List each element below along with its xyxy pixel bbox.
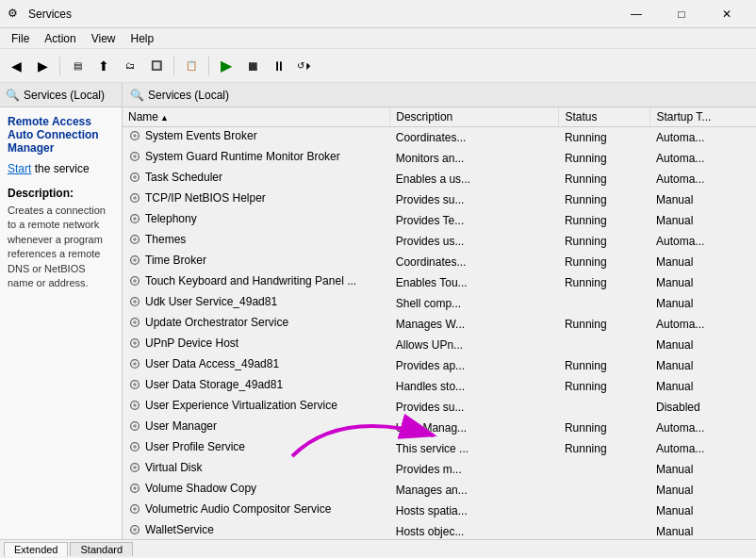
properties-button[interactable]: 🔲	[144, 54, 169, 78]
menu-file[interactable]: File	[4, 30, 37, 47]
service-startup-cell: Manual	[650, 355, 756, 376]
service-status-cell: Running	[559, 438, 650, 459]
service-status-cell: Running	[559, 210, 650, 231]
service-desc-cell: Handles sto...	[390, 376, 559, 397]
table-row[interactable]: System Events BrokerCoordinates...Runnin…	[123, 127, 756, 148]
svg-point-40	[133, 528, 137, 532]
service-status-cell: Running	[559, 127, 650, 148]
start-service-link[interactable]: Start	[8, 162, 31, 175]
service-status-cell: Running	[559, 376, 650, 397]
close-button[interactable]: ✕	[705, 0, 748, 28]
service-status-cell: Running	[559, 189, 650, 210]
table-row[interactable]: Time BrokerCoordinates...RunningManual	[123, 252, 756, 272]
maximize-button[interactable]: □	[660, 0, 703, 28]
service-name-cell: Themes	[123, 231, 390, 252]
service-desc-cell: Provides su...	[390, 397, 559, 418]
table-row[interactable]: ThemesProvides us...RunningAutoma...	[123, 231, 756, 252]
col-header-startup[interactable]: Startup T...	[650, 107, 756, 127]
sidebar-header-label: Services (Local)	[24, 89, 105, 102]
svg-point-18	[133, 300, 137, 304]
show-hide-button[interactable]: ▤	[65, 54, 90, 78]
table-row[interactable]: Virtual DiskProvides m...Manual	[123, 459, 756, 480]
svg-point-12	[133, 238, 137, 241]
svg-point-6	[133, 175, 137, 179]
services-panel-label: Services (Local)	[148, 89, 229, 102]
service-name-cell: User Profile Service	[123, 438, 390, 459]
service-desc-cell: Allows UPn...	[390, 335, 559, 355]
service-name-cell: Virtual Disk	[123, 459, 390, 480]
menu-action[interactable]: Action	[37, 30, 83, 47]
service-name-cell: Volumetric Audio Compositor Service	[123, 501, 390, 521]
toolbar-button-1[interactable]: 📋	[179, 54, 204, 78]
service-status-cell: Running	[559, 355, 650, 376]
sidebar-content: Remote Access Auto Connection Manager St…	[0, 107, 122, 539]
service-startup-cell: Manual	[650, 480, 756, 501]
svg-point-36	[133, 486, 137, 490]
description-text: Creates a connection to a remote network…	[8, 204, 114, 290]
service-startup-cell: Automa...	[650, 148, 756, 169]
table-row[interactable]: User Data Storage_49ad81Handles sto...Ru…	[123, 376, 756, 397]
table-row[interactable]: Task SchedulerEnables a us...RunningAuto…	[123, 169, 756, 189]
service-desc-cell: Hosts objec...	[390, 521, 559, 540]
service-status-cell	[559, 521, 650, 540]
table-row[interactable]: User Data Access_49ad81Provides ap...Run…	[123, 355, 756, 376]
table-row[interactable]: Volume Shadow CopyManages an...Manual	[123, 480, 756, 501]
service-name-cell: Time Broker	[123, 252, 390, 272]
table-row[interactable]: Touch Keyboard and Handwriting Panel ...…	[123, 272, 756, 293]
service-startup-cell: Manual	[650, 335, 756, 355]
services-list: System Events BrokerCoordinates...Runnin…	[123, 127, 756, 540]
service-desc-cell: Hosts spatia...	[390, 501, 559, 521]
col-header-status[interactable]: Status	[559, 107, 650, 127]
table-row[interactable]: Update Orchestrator ServiceManages W...R…	[123, 314, 756, 335]
selected-service-name: Remote Access Auto Connection Manager	[8, 115, 114, 155]
table-row[interactable]: TelephonyProvides Te...RunningManual	[123, 210, 756, 231]
services-panel-header: 🔍 Services (Local)	[123, 83, 756, 107]
col-header-name[interactable]: Name▲	[123, 107, 390, 127]
table-row[interactable]: UPnP Device HostAllows UPn...Manual	[123, 335, 756, 355]
table-row[interactable]: System Guard Runtime Monitor BrokerMonit…	[123, 148, 756, 169]
table-row[interactable]: User Profile ServiceThis service ...Runn…	[123, 438, 756, 459]
tab-extended[interactable]: Extended	[4, 542, 68, 557]
toolbar-separator-1	[59, 57, 60, 75]
stop-button[interactable]: ⏹	[240, 54, 265, 78]
service-name-cell: Udk User Service_49ad81	[123, 293, 390, 314]
minimize-button[interactable]: —	[615, 0, 658, 28]
menu-help[interactable]: Help	[123, 30, 162, 47]
service-desc-cell: This service ...	[390, 438, 559, 459]
back-button[interactable]: ◀	[4, 54, 28, 78]
window-title: Services	[28, 8, 72, 21]
svg-point-8	[133, 196, 137, 200]
table-row[interactable]: Volumetric Audio Compositor ServiceHosts…	[123, 501, 756, 521]
svg-point-34	[133, 466, 137, 469]
table-row[interactable]: TCP/IP NetBIOS HelperProvides su...Runni…	[123, 189, 756, 210]
service-name-cell: UPnP Device Host	[123, 335, 390, 355]
up-button[interactable]: ⬆	[91, 54, 116, 78]
service-status-cell: Running	[559, 418, 650, 438]
tab-standard[interactable]: Standard	[70, 542, 133, 556]
service-desc-cell: Coordinates...	[390, 252, 559, 272]
service-name-cell: User Data Storage_49ad81	[123, 376, 390, 397]
service-status-cell: Running	[559, 231, 650, 252]
service-desc-cell: Enables a us...	[390, 169, 559, 189]
service-desc-cell: Manages W...	[390, 314, 559, 335]
service-startup-cell: Automa...	[650, 314, 756, 335]
table-row[interactable]: User Experience Virtualization ServicePr…	[123, 397, 756, 418]
services-table-container[interactable]: Name▲ Description Status Startup T... Sy…	[123, 107, 756, 539]
start-service-line: Start the service	[8, 162, 114, 175]
show-tree[interactable]: 🗂	[118, 54, 142, 78]
pause-button[interactable]: ⏸	[267, 54, 291, 78]
service-status-cell	[559, 335, 650, 355]
services-area: 🔍 Services (Local)	[123, 83, 756, 539]
toolbar: ◀ ▶ ▤ ⬆ 🗂 🔲 📋 ▶ ⏹ ⏸ ↺⏵	[0, 49, 756, 83]
svg-point-26	[133, 383, 137, 386]
sidebar: 🔍 Services (Local) Remote Access Auto Co…	[0, 83, 123, 539]
table-row[interactable]: WalletServiceHosts objec...Manual	[123, 521, 756, 540]
col-header-desc[interactable]: Description	[390, 107, 559, 127]
start-suffix: the service	[31, 162, 89, 175]
forward-button[interactable]: ▶	[30, 54, 55, 78]
table-row[interactable]: User ManagerUser Manag...RunningAutoma..…	[123, 418, 756, 438]
play-button[interactable]: ▶	[214, 54, 238, 78]
table-row[interactable]: Udk User Service_49ad81Shell comp...Manu…	[123, 293, 756, 314]
menu-view[interactable]: View	[84, 30, 123, 47]
restart-button[interactable]: ↺⏵	[293, 54, 318, 78]
